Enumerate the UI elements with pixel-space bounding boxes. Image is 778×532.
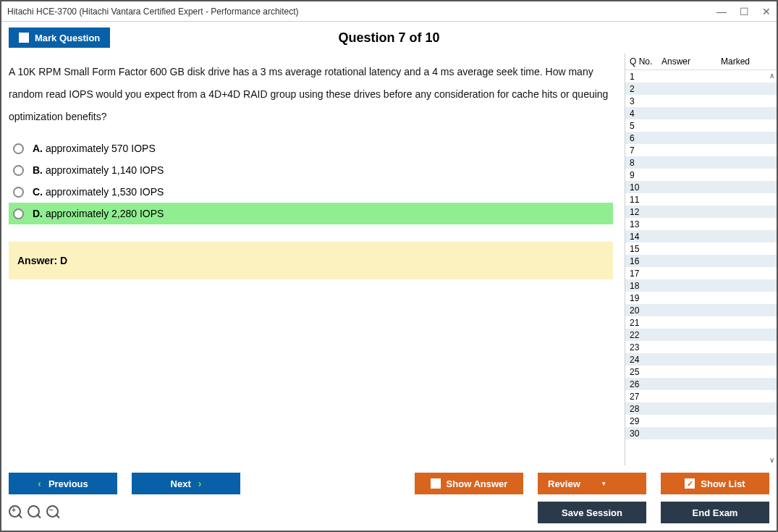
question-list-row[interactable]: 17 [625,267,777,279]
checkbox-icon [431,478,441,489]
checked-icon: ✓ [685,478,695,489]
question-list-panel: Q No. Answer Marked ∧ ∨ 1234567891011121… [625,54,777,465]
question-list-row[interactable]: 25 [625,366,777,378]
question-list-row[interactable]: 13 [625,218,777,230]
row-qno: 16 [630,256,661,266]
header-marked: Marked [721,56,772,67]
question-list-body[interactable]: ∧ ∨ 123456789101112131415161718192021222… [625,70,777,465]
options-list: A. approximately 570 IOPSB. approximatel… [9,138,613,224]
question-list-row[interactable]: 26 [625,378,777,390]
question-list-row[interactable]: 2 [625,83,777,95]
option-row[interactable]: D. approximately 2,280 IOPS [9,203,613,224]
show-answer-button[interactable]: Show Answer [415,473,523,494]
question-list-row[interactable]: 20 [625,304,777,316]
question-list-row[interactable]: 22 [625,329,777,341]
question-list-row[interactable]: 1 [625,70,777,83]
question-list-row[interactable]: 4 [625,107,777,119]
checkbox-icon [19,33,29,43]
show-list-button[interactable]: ✓ Show List [661,473,769,494]
question-list-row[interactable]: 28 [625,402,777,415]
question-list-row[interactable]: 5 [625,119,777,132]
radio-icon[interactable] [13,165,24,176]
save-session-button[interactable]: Save Session [538,502,646,523]
zoom-in-icon[interactable]: + [9,505,23,520]
question-list-row[interactable]: 10 [625,181,777,193]
option-row[interactable]: A. approximately 570 IOPS [9,138,613,159]
row-qno: 27 [630,392,661,402]
row-qno: 15 [630,244,661,254]
question-list-row[interactable]: 23 [625,341,777,353]
question-list-row[interactable]: 15 [625,242,777,255]
row-qno: 5 [630,121,661,131]
answer-label: Answer: D [17,255,67,266]
radio-icon[interactable] [13,208,24,219]
zoom-controls: + − [9,505,61,520]
option-text: approximately 570 IOPS [46,143,156,154]
zoom-out-icon[interactable]: − [46,505,61,520]
footer: ‹ Previous Next › Show Answer Review ▾ ✓… [1,465,777,531]
scroll-down-icon[interactable]: ∨ [769,456,774,464]
question-panel: A 10K RPM Small Form Factor 600 GB disk … [1,54,625,465]
option-letter: C. [33,186,43,198]
question-list-row[interactable]: 21 [625,316,777,329]
option-letter: A. [33,143,43,154]
row-qno: 26 [630,379,661,389]
row-qno: 18 [630,281,661,291]
question-list-row[interactable]: 6 [625,132,777,144]
option-letter: D. [33,208,43,219]
question-list-row[interactable]: 11 [625,193,777,206]
question-list-row[interactable]: 27 [625,390,777,402]
maximize-icon[interactable]: ☐ [740,6,749,17]
question-list-row[interactable]: 16 [625,255,777,267]
question-list-row[interactable]: 14 [625,230,777,242]
question-list-row[interactable]: 9 [625,169,777,181]
mark-question-button[interactable]: Mark Question [9,28,110,48]
question-list-row[interactable]: 12 [625,206,777,218]
option-row[interactable]: C. approximately 1,530 IOPS [9,181,613,203]
row-qno: 28 [630,404,661,414]
row-qno: 4 [630,109,661,119]
option-row[interactable]: B. approximately 1,140 IOPS [9,159,613,181]
chevron-left-icon: ‹ [38,478,41,489]
content-area: A 10K RPM Small Form Factor 600 GB disk … [1,54,777,465]
minimize-icon[interactable]: — [716,6,727,17]
review-button[interactable]: Review ▾ [538,473,646,494]
answer-box: Answer: D [9,242,613,279]
row-qno: 19 [630,293,661,303]
mark-question-label: Mark Question [35,33,100,43]
question-list-row[interactable]: 18 [625,279,777,292]
option-letter: B. [33,164,43,176]
previous-button[interactable]: ‹ Previous [9,473,117,494]
row-qno: 1 [630,72,661,82]
question-list-row[interactable]: 3 [625,95,777,107]
row-qno: 13 [630,219,661,229]
window-title: Hitachi HCE-3700 (Hitachi Vantara Certif… [7,7,716,17]
row-qno: 7 [630,145,661,156]
row-qno: 20 [630,305,661,316]
scroll-up-icon[interactable]: ∧ [769,72,774,80]
end-exam-button[interactable]: End Exam [661,502,769,523]
radio-icon[interactable] [13,143,24,154]
header-answer: Answer [661,56,721,67]
question-list-row[interactable]: 7 [625,144,777,156]
window-controls: — ☐ ✕ [716,6,771,17]
option-text: approximately 1,530 IOPS [46,186,164,198]
close-icon[interactable]: ✕ [762,6,771,17]
row-qno: 8 [630,158,661,168]
question-list-row[interactable]: 29 [625,415,777,427]
row-qno: 24 [630,355,661,365]
question-list-row[interactable]: 8 [625,156,777,169]
question-list-row[interactable]: 24 [625,353,777,366]
previous-label: Previous [48,478,88,489]
radio-icon[interactable] [13,187,24,198]
zoom-reset-icon[interactable] [28,505,42,520]
row-qno: 21 [630,318,661,328]
row-qno: 11 [630,195,661,205]
row-qno: 12 [630,207,661,217]
next-button[interactable]: Next › [132,473,240,494]
option-text: approximately 1,140 IOPS [46,164,164,176]
question-list-row[interactable]: 30 [625,427,777,439]
end-exam-label: End Exam [693,507,738,518]
row-qno: 14 [630,232,661,242]
question-list-row[interactable]: 19 [625,292,777,304]
